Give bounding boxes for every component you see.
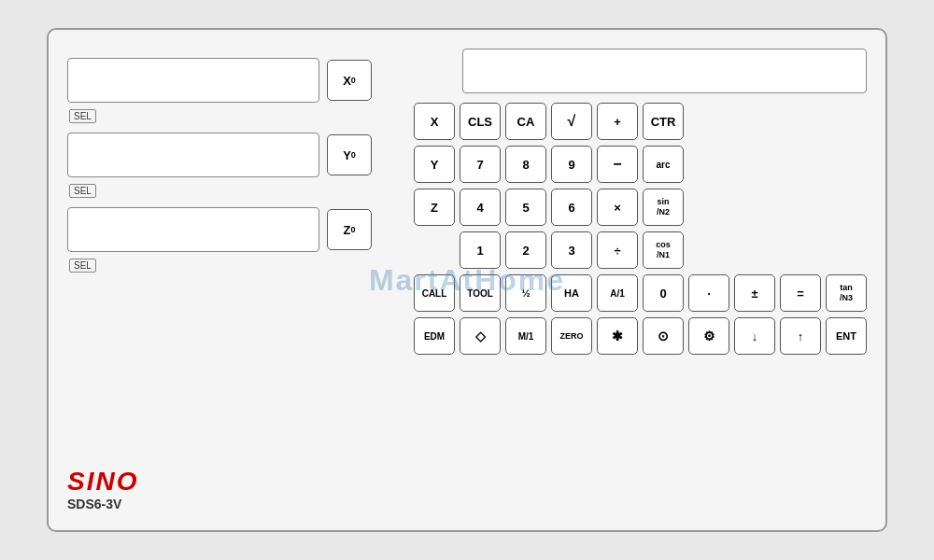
keypad-row-1: X CLS CA √ + CTR — [414, 103, 867, 140]
key-minus[interactable]: − — [597, 146, 638, 183]
key-mul[interactable]: × — [597, 189, 638, 226]
y-sel-label[interactable]: SEL — [69, 184, 96, 198]
key-9[interactable]: 9 — [551, 146, 592, 183]
keypad-row-2: Y 7 8 9 − arc — [414, 146, 867, 183]
key-diamond[interactable]: ◇ — [460, 317, 501, 355]
key-gear[interactable]: ⚙ — [688, 317, 729, 355]
key-plus[interactable]: + — [597, 103, 638, 140]
key-6[interactable]: 6 — [551, 189, 592, 226]
model-name: SDS6-3V — [67, 497, 404, 511]
key-ent[interactable]: ENT — [826, 317, 867, 355]
key-5[interactable]: 5 — [505, 189, 546, 226]
key-x[interactable]: X — [414, 103, 455, 140]
key-call[interactable]: CALL — [414, 274, 455, 312]
key-7[interactable]: 7 — [460, 146, 501, 183]
key-4[interactable]: 4 — [460, 189, 501, 226]
key-sin[interactable]: sin/N2 — [643, 189, 684, 226]
key-zero[interactable]: ZERO — [551, 317, 592, 355]
key-8[interactable]: 8 — [505, 146, 546, 183]
y0-button[interactable]: Y0 — [327, 134, 372, 175]
z-sel-label[interactable]: SEL — [69, 259, 96, 273]
key-a1[interactable]: A/1 — [597, 274, 638, 312]
top-display-box — [462, 49, 867, 93]
right-panel: X CLS CA √ + CTR Y 7 8 9 − arc Z 4 5 — [414, 49, 867, 511]
brand-name: SINO — [67, 467, 404, 497]
device-panel: MartAtHome X0 SEL Y0 SEL Z0 SEL — [47, 28, 887, 532]
key-z[interactable]: Z — [414, 189, 455, 226]
z-display — [67, 207, 319, 252]
key-circle-pattern[interactable]: ⊙ — [643, 317, 684, 355]
key-up[interactable]: ↑ — [780, 317, 821, 355]
keypad-row-5: CALL TOOL ½ HA A/1 0 · ± = tan/N3 — [414, 274, 867, 312]
key-pm[interactable]: ± — [734, 274, 775, 312]
x-sel-label[interactable]: SEL — [69, 109, 96, 123]
key-div[interactable]: ÷ — [597, 231, 638, 269]
y-display — [67, 133, 319, 177]
x-display-row: X0 — [67, 58, 404, 103]
key-edm[interactable]: EDM — [414, 317, 455, 355]
keypad-row-3: Z 4 5 6 × sin/N2 — [414, 189, 867, 226]
key-ca[interactable]: CA — [505, 103, 546, 140]
brand-area: SINO SDS6-3V — [67, 439, 404, 511]
key-0[interactable]: 0 — [643, 274, 684, 312]
key-down[interactable]: ↓ — [734, 317, 775, 355]
key-sqrt[interactable]: √ — [551, 103, 592, 140]
key-dot[interactable]: · — [688, 274, 729, 312]
key-eq[interactable]: = — [780, 274, 821, 312]
key-tan[interactable]: tan/N3 — [826, 274, 867, 312]
key-2[interactable]: 2 — [505, 231, 546, 269]
key-cls[interactable]: CLS — [460, 103, 501, 140]
left-panel: X0 SEL Y0 SEL Z0 SEL SINO SDS6-3V — [67, 49, 404, 511]
key-half[interactable]: ½ — [505, 274, 546, 312]
keypad-row-4: 1 2 3 ÷ cos/N1 — [414, 231, 867, 269]
key-1[interactable]: 1 — [460, 231, 501, 269]
key-ha[interactable]: HA — [551, 274, 592, 312]
keypad-row-6: EDM ◇ M/1 ZERO ✱ ⊙ ⚙ ↓ ↑ ENT — [414, 317, 867, 355]
x0-button[interactable]: X0 — [327, 60, 372, 101]
key-3[interactable]: 3 — [551, 231, 592, 269]
key-pattern[interactable]: ✱ — [597, 317, 638, 355]
z-display-row: Z0 — [67, 207, 404, 252]
x-display — [67, 58, 319, 103]
key-tool[interactable]: TOOL — [460, 274, 501, 312]
key-cos[interactable]: cos/N1 — [643, 231, 684, 269]
top-display-row — [414, 49, 867, 93]
y-display-row: Y0 — [67, 133, 404, 177]
key-y[interactable]: Y — [414, 146, 455, 183]
key-m1[interactable]: M/1 — [505, 317, 546, 355]
z0-button[interactable]: Z0 — [327, 209, 372, 250]
key-ctr[interactable]: CTR — [643, 103, 684, 140]
key-arc[interactable]: arc — [643, 146, 684, 183]
